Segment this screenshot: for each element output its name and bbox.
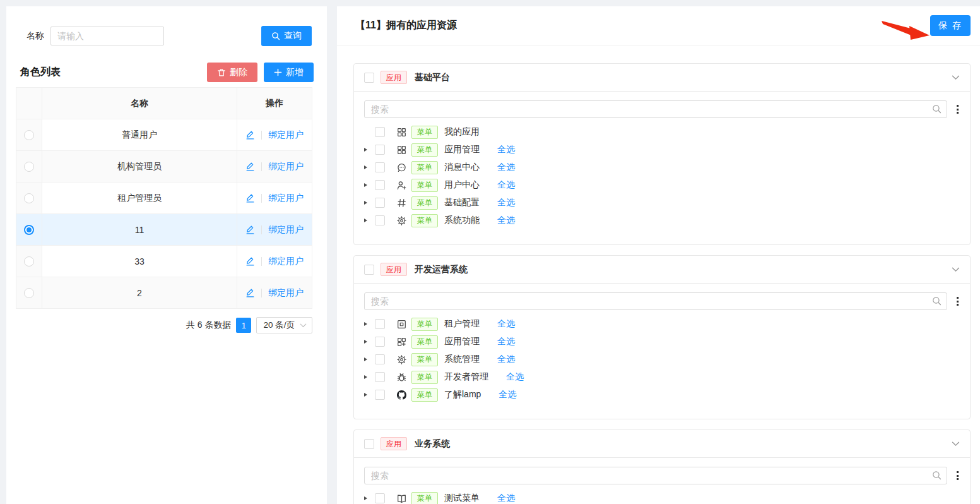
select-all-link[interactable]: 全选: [506, 371, 524, 383]
group-header[interactable]: 应用开发运营系统: [354, 256, 970, 284]
bind-user-link[interactable]: 绑定用户: [268, 129, 304, 141]
tree-node: 菜单测试菜单全选: [364, 489, 960, 504]
row-radio[interactable]: [24, 225, 34, 235]
row-radio[interactable]: [24, 256, 34, 267]
select-all-link[interactable]: 全选: [499, 389, 516, 400]
bind-user-link[interactable]: 绑定用户: [268, 256, 304, 267]
node-checkbox[interactable]: [375, 127, 385, 137]
kebab-menu-icon[interactable]: [955, 104, 960, 115]
expand-caret-icon[interactable]: [364, 183, 375, 187]
save-button[interactable]: 保 存: [930, 15, 971, 36]
group-checkbox[interactable]: [364, 73, 374, 83]
node-title[interactable]: 系统管理: [444, 354, 480, 365]
expand-caret-icon[interactable]: [364, 496, 375, 500]
node-title[interactable]: 基础配置: [444, 197, 480, 208]
tree-search-input[interactable]: [364, 292, 947, 310]
group-checkbox[interactable]: [364, 439, 374, 449]
menu-tag: 菜单: [411, 335, 438, 349]
menu-tag: 菜单: [411, 318, 438, 331]
select-all-link[interactable]: 全选: [497, 354, 515, 365]
node-checkbox[interactable]: [375, 319, 385, 329]
select-all-link[interactable]: 全选: [497, 179, 515, 191]
edit-pencil-icon[interactable]: [245, 288, 255, 297]
select-all-link[interactable]: 全选: [497, 197, 515, 208]
group-header[interactable]: 应用基础平台: [354, 64, 970, 92]
query-form: 名称 查询: [27, 26, 312, 46]
row-radio[interactable]: [24, 130, 34, 140]
edit-pencil-icon[interactable]: [245, 193, 255, 203]
edit-pencil-icon[interactable]: [245, 225, 255, 234]
chevron-down-icon[interactable]: [952, 75, 960, 80]
group-checkbox[interactable]: [364, 265, 374, 275]
edit-pencil-icon[interactable]: [245, 130, 255, 140]
node-checkbox[interactable]: [375, 162, 385, 172]
expand-caret-icon[interactable]: [364, 165, 375, 169]
role-panel: 名称 查询 角色列表 删除 新增 名称 操作 普通用户绑定用户机构管理员绑定用户…: [6, 6, 327, 504]
bind-user-link[interactable]: 绑定用户: [268, 161, 304, 172]
page-size-select[interactable]: 20 条/页: [256, 317, 312, 333]
node-checkbox[interactable]: [375, 390, 385, 400]
node-title[interactable]: 系统功能: [444, 215, 480, 226]
row-radio[interactable]: [24, 193, 34, 203]
select-all-link[interactable]: 全选: [497, 215, 515, 226]
pagination-page-1[interactable]: 1: [236, 318, 251, 333]
edit-pencil-icon[interactable]: [245, 162, 255, 171]
node-title[interactable]: 应用管理: [444, 336, 480, 347]
node-checkbox[interactable]: [375, 180, 385, 190]
bind-user-link[interactable]: 绑定用户: [268, 224, 304, 236]
select-all-link[interactable]: 全选: [497, 318, 515, 330]
kebab-menu-icon[interactable]: [955, 296, 960, 307]
grid-plus-icon: [396, 337, 406, 347]
chevron-down-icon[interactable]: [952, 441, 960, 447]
bind-user-link[interactable]: 绑定用户: [268, 287, 304, 299]
chevron-down-icon[interactable]: [952, 267, 960, 272]
bind-user-link[interactable]: 绑定用户: [268, 193, 304, 204]
delete-button[interactable]: 删除: [207, 63, 257, 82]
node-title[interactable]: 用户中心: [444, 179, 480, 191]
gear-icon: [396, 216, 406, 225]
plus-icon: [274, 68, 282, 76]
expand-caret-icon[interactable]: [364, 322, 375, 326]
expand-caret-icon[interactable]: [364, 148, 375, 152]
menu-tag: 菜单: [411, 196, 438, 210]
node-checkbox[interactable]: [375, 493, 385, 503]
node-title[interactable]: 我的应用: [444, 126, 480, 138]
node-title[interactable]: 开发者管理: [444, 371, 488, 383]
select-all-link[interactable]: 全选: [497, 162, 515, 173]
node-checkbox[interactable]: [375, 145, 385, 155]
expand-caret-icon[interactable]: [364, 393, 375, 397]
select-all-link[interactable]: 全选: [497, 336, 515, 347]
name-search-input[interactable]: [50, 27, 164, 45]
expand-caret-icon[interactable]: [364, 375, 375, 379]
expand-caret-icon[interactable]: [364, 340, 375, 344]
table-row: 33绑定用户: [16, 246, 312, 277]
select-all-link[interactable]: 全选: [497, 493, 515, 504]
row-radio[interactable]: [24, 288, 34, 298]
expand-caret-icon[interactable]: [364, 201, 375, 205]
query-button[interactable]: 查询: [261, 26, 312, 46]
menu-tag: 菜单: [411, 161, 438, 174]
node-checkbox[interactable]: [375, 215, 385, 225]
expand-caret-icon[interactable]: [364, 219, 375, 222]
expand-caret-icon[interactable]: [364, 357, 375, 361]
tree-search-input[interactable]: [364, 100, 947, 118]
menu-tag: 菜单: [411, 214, 438, 227]
node-checkbox[interactable]: [375, 372, 385, 382]
add-button[interactable]: 新增: [264, 63, 314, 82]
edit-pencil-icon[interactable]: [245, 256, 255, 266]
kebab-menu-icon[interactable]: [955, 470, 960, 481]
select-all-link[interactable]: 全选: [497, 144, 515, 155]
node-title[interactable]: 了解lamp: [444, 389, 481, 400]
node-checkbox[interactable]: [375, 354, 385, 364]
node-title[interactable]: 消息中心: [444, 162, 480, 173]
row-radio[interactable]: [24, 162, 34, 172]
node-title[interactable]: 应用管理: [444, 144, 480, 155]
node-checkbox[interactable]: [375, 337, 385, 347]
node-title[interactable]: 测试菜单: [444, 493, 480, 504]
node-title[interactable]: 租户管理: [444, 318, 480, 330]
menu-tag: 菜单: [411, 371, 438, 384]
tree-search-input[interactable]: [364, 467, 947, 484]
group-header[interactable]: 应用业务系统: [354, 430, 970, 458]
role-name-cell: 普通用户: [42, 119, 237, 150]
node-checkbox[interactable]: [375, 198, 385, 208]
